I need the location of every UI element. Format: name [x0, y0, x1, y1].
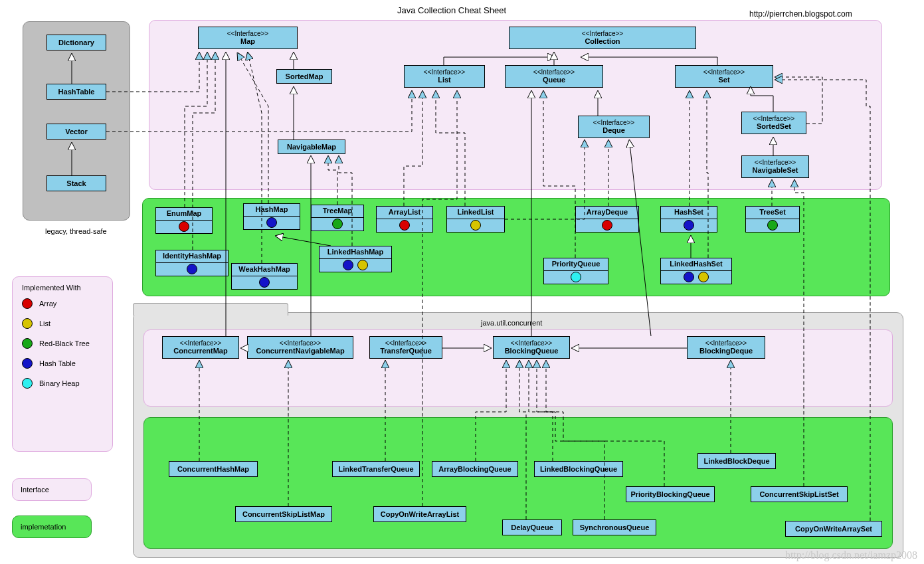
class-synchronousqueue: SynchronousQueue	[573, 519, 656, 535]
interface-deque: <<Interface>>Deque	[578, 116, 650, 138]
class-copyonwritearraylist: CopyOnWriteArrayList	[373, 506, 466, 522]
interface-queue: <<Interface>>Queue	[505, 65, 603, 88]
class-enummap: EnumMap	[155, 207, 213, 234]
concurrent-package-label: java.util.concurrent	[481, 319, 542, 327]
class-delayqueue: DelayQueue	[502, 519, 562, 535]
class-linkedlist: LinkedList	[446, 206, 505, 233]
legend-row-binaryheap: Binary Heap	[22, 378, 103, 389]
class-weakhashmap: WeakHashMap	[231, 263, 298, 290]
class-linkedhashmap: LinkedHashMap	[319, 246, 392, 272]
class-arraylist: ArrayList	[376, 206, 433, 233]
class-copyonwritearrayset: CopyOnWriteArraySet	[785, 521, 882, 537]
class-identityhashmap: IdentityHashMap	[155, 250, 229, 276]
interface-map: <<Interface>>Map	[198, 27, 298, 49]
interface-transferqueue: <<Interface>>TransferQueue	[369, 336, 442, 359]
interface-concurrentnavigablemap: <<Interface>>ConcurrentNavigableMap	[247, 336, 353, 359]
interface-list: <<Interface>>List	[404, 65, 485, 88]
watermark: http://blog.csdn.net/iamzp2008	[785, 549, 917, 561]
legacy-caption: legacy, thread-safe	[45, 227, 107, 235]
class-stack: Stack	[46, 175, 106, 191]
interface-navigableset: <<Interface>>NavigableSet	[741, 155, 809, 178]
source-url: http://pierrchen.blogspot.com	[749, 9, 852, 19]
class-concurrentskiplistset: ConcurrentSkipListSet	[751, 486, 848, 502]
legend-row-array: Array	[22, 298, 103, 309]
interface-collection: <<Interface>>Collection	[509, 27, 696, 49]
class-vector: Vector	[46, 124, 106, 140]
legend-panel: Implemented With Array List Red-Black Tr…	[12, 276, 113, 452]
class-concurrentskiplistmap: ConcurrentSkipListMap	[235, 506, 332, 522]
class-hashset: HashSet	[660, 206, 717, 233]
class-hashmap: HashMap	[243, 203, 300, 230]
class-dictionary: Dictionary	[46, 35, 106, 50]
interface-blockingqueue: <<Interface>>BlockingQueue	[493, 336, 570, 359]
legend-heading: Implemented With	[22, 284, 103, 292]
legend-row-hashtable: Hash Table	[22, 358, 103, 369]
interface-sortedmap: SortedMap	[276, 69, 332, 84]
class-treeset: TreeSet	[745, 206, 800, 233]
class-linkedblockdeque: LinkedBlockDeque	[697, 453, 776, 469]
class-arraydeque: ArrayDeque	[575, 206, 639, 233]
class-priorityblockingqueue: PriorityBlockingQueue	[626, 486, 715, 502]
class-concurrenthashmap: ConcurrentHashMap	[169, 461, 258, 477]
class-priorityqueue: PriorityQueue	[543, 258, 608, 284]
legend-interface-box: Interface	[12, 478, 92, 501]
interface-navigablemap: NavigableMap	[278, 140, 345, 154]
concurrent-tab	[133, 303, 288, 316]
interface-concurrentmap: <<Interface>>ConcurrentMap	[162, 336, 239, 359]
class-arrayblockingqueue: ArrayBlockingQueue	[432, 461, 518, 477]
interface-blockingdeque: <<Interface>>BlockingDeque	[687, 336, 765, 359]
legend-row-list: List	[22, 318, 103, 329]
class-treemap: TreeMap	[311, 205, 364, 231]
class-hashtable: HashTable	[46, 84, 106, 100]
interface-set: <<Interface>>Set	[675, 65, 773, 88]
class-linkedblockingqueue: LinkedBlockingQueue	[534, 461, 623, 477]
class-linkedtransferqueue: LinkedTransferQueue	[332, 461, 420, 477]
diagram-title: Java Collection Cheat Sheet	[397, 5, 506, 15]
class-linkedhashset: LinkedHashSet	[660, 258, 732, 284]
legend-implementation-box: implemetation	[12, 516, 92, 538]
interface-sortedset: <<Interface>>SortedSet	[741, 112, 806, 134]
legend-row-rbtree: Red-Black Tree	[22, 338, 103, 349]
